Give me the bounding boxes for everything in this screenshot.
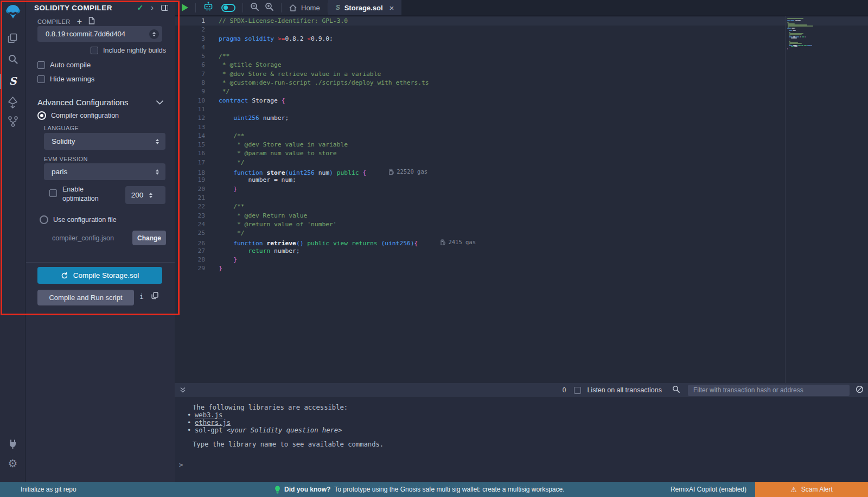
optimization-runs-input[interactable]: [125, 191, 149, 199]
code-line[interactable]: 12 uint256 number;: [175, 114, 868, 123]
file-explorer-icon[interactable]: [0, 31, 25, 44]
code-line[interactable]: 5/**: [175, 52, 868, 61]
code-line[interactable]: 21: [175, 194, 868, 202]
close-tab-icon[interactable]: ×: [390, 3, 394, 12]
copy-icon[interactable]: [151, 292, 158, 301]
expand-chevron-icon[interactable]: ›: [151, 3, 154, 12]
line-number[interactable]: 15: [175, 141, 205, 149]
web3-link[interactable]: web3.js: [195, 411, 222, 419]
search-icon[interactable]: [0, 53, 25, 66]
line-number[interactable]: 19: [175, 176, 205, 184]
line-number[interactable]: 8: [175, 79, 205, 87]
code-line[interactable]: 14 /**: [175, 132, 868, 141]
info-icon[interactable]: i: [139, 292, 144, 301]
line-number[interactable]: 12: [175, 114, 205, 123]
copilot-toggle[interactable]: [221, 4, 235, 12]
line-number[interactable]: 5: [175, 52, 205, 61]
zoom-out-icon[interactable]: [250, 2, 259, 14]
code-line[interactable]: 2: [175, 26, 868, 34]
code-line[interactable]: 20 }: [175, 185, 868, 194]
git-icon[interactable]: [0, 114, 25, 129]
compiler-version-select[interactable]: 0.8.19+commit.7dd6d404: [37, 26, 162, 42]
line-number[interactable]: 24: [175, 220, 205, 229]
hide-warnings-checkbox[interactable]: [37, 75, 45, 83]
compiler-configuration-radio[interactable]: [37, 111, 46, 120]
use-configuration-file-radio[interactable]: [40, 215, 48, 224]
line-number[interactable]: 23: [175, 212, 205, 220]
code-line[interactable]: 6 * @title Storage: [175, 61, 868, 69]
code-line[interactable]: 29}: [175, 264, 868, 273]
clear-terminal-icon[interactable]: [856, 385, 864, 396]
line-number[interactable]: 29: [175, 264, 205, 273]
code-line[interactable]: 17 */: [175, 158, 868, 167]
tab-storage-sol[interactable]: S Storage.sol ×: [328, 0, 402, 15]
code-line[interactable]: 13: [175, 123, 868, 132]
change-config-button[interactable]: Change: [132, 231, 166, 245]
code-line[interactable]: 3pragma solidity >=0.8.2 <0.9.0;: [175, 35, 868, 43]
scam-alert-button[interactable]: ⚠ Scam Alert: [755, 482, 868, 497]
code-line[interactable]: 25 */: [175, 229, 868, 238]
line-number[interactable]: 7: [175, 70, 205, 79]
code-line[interactable]: 10contract Storage {: [175, 97, 868, 105]
compile-button[interactable]: Compile Storage.sol: [37, 267, 162, 284]
code-line[interactable]: 27 return number;: [175, 247, 868, 256]
code-line[interactable]: 19 number = num;: [175, 176, 868, 184]
code-line[interactable]: 4: [175, 43, 868, 52]
enable-optimization-checkbox[interactable]: [49, 189, 57, 197]
pin-panel-icon[interactable]: [161, 5, 168, 11]
code-editor[interactable]: 1// SPDX-License-Identifier: GPL-3.023pr…: [175, 16, 868, 383]
code-line[interactable]: 22 /**: [175, 202, 868, 211]
terminal-search-icon[interactable]: [672, 385, 680, 395]
number-stepper-icon[interactable]: [149, 193, 152, 198]
language-select[interactable]: Solidity: [44, 133, 165, 150]
settings-gear-icon[interactable]: ⚙: [0, 457, 25, 470]
code-line[interactable]: 24 * @return value of 'number': [175, 220, 868, 229]
plugin-manager-icon[interactable]: [0, 437, 25, 450]
run-script-play-button[interactable]: [182, 4, 188, 11]
code-line[interactable]: 9 */: [175, 87, 868, 96]
line-number[interactable]: 6: [175, 61, 205, 69]
line-number[interactable]: 4: [175, 43, 205, 52]
copilot-status[interactable]: RemixAI Copilot (enabled): [671, 486, 746, 493]
line-number[interactable]: 9: [175, 87, 205, 96]
code-line[interactable]: 23 * @dev Return value: [175, 212, 868, 220]
code-line[interactable]: 18 function store(uint256 num) public {2…: [175, 167, 868, 176]
line-number[interactable]: 10: [175, 97, 205, 105]
remix-logo-icon[interactable]: [0, 3, 25, 21]
code-line[interactable]: 1// SPDX-License-Identifier: GPL-3.0: [175, 17, 868, 26]
line-number[interactable]: 16: [175, 149, 205, 158]
line-number[interactable]: 27: [175, 247, 205, 256]
line-number[interactable]: 28: [175, 256, 205, 264]
line-number[interactable]: 13: [175, 123, 205, 132]
gas-estimate-badge[interactable]: 2415 gas: [441, 238, 476, 246]
terminal-prompt[interactable]: >: [179, 461, 868, 469]
code-line[interactable]: 28 }: [175, 256, 868, 264]
line-number[interactable]: 1: [175, 17, 205, 26]
expand-terminal-icon[interactable]: [180, 387, 186, 393]
advanced-configurations-header[interactable]: Advanced Configurations: [37, 98, 163, 107]
line-number[interactable]: 14: [175, 132, 205, 141]
line-number[interactable]: 2: [175, 26, 205, 34]
config-filename[interactable]: compiler_config.json: [52, 234, 114, 242]
git-init-status[interactable]: Initialize as git repo: [21, 486, 76, 493]
line-number[interactable]: 17: [175, 158, 205, 167]
evm-version-select[interactable]: paris: [44, 163, 165, 180]
code-line[interactable]: 7 * @dev Store & retrieve value in a var…: [175, 70, 868, 79]
gas-estimate-badge[interactable]: 22520 gas: [389, 167, 427, 176]
solidity-compiler-icon[interactable]: S: [0, 73, 25, 89]
include-nightly-checkbox[interactable]: [91, 47, 98, 54]
code-line[interactable]: 15 * @dev Store value in variable: [175, 141, 868, 149]
zoom-in-icon[interactable]: [265, 2, 274, 14]
code-line[interactable]: 8 * @custom:dev-run-script ./scripts/dep…: [175, 79, 868, 87]
tab-home[interactable]: Home: [282, 0, 328, 15]
line-number[interactable]: 22: [175, 202, 205, 211]
terminal-output[interactable]: The following libraries are accessible: …: [175, 397, 868, 482]
code-line[interactable]: 11: [175, 105, 868, 114]
line-number[interactable]: 21: [175, 194, 205, 202]
line-number[interactable]: 25: [175, 229, 205, 238]
ai-robot-icon[interactable]: [203, 2, 214, 14]
transaction-filter-input[interactable]: [688, 385, 850, 396]
line-number[interactable]: 11: [175, 105, 205, 114]
line-number[interactable]: 20: [175, 185, 205, 194]
minimap[interactable]: [785, 16, 868, 383]
